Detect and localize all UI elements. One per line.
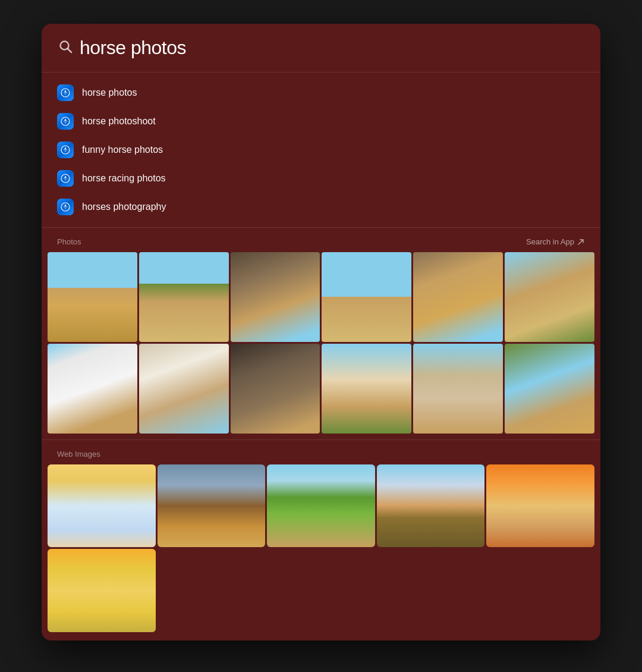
suggestion-item[interactable]: horse photoshoot <box>42 107 600 136</box>
photo-cell[interactable] <box>48 344 137 434</box>
safari-icon-1 <box>57 84 74 101</box>
web-image-cell[interactable] <box>158 464 266 548</box>
search-icon <box>58 39 73 57</box>
photo-cell[interactable] <box>413 344 503 434</box>
photo-cell[interactable] <box>505 344 594 434</box>
spotlight-window: horse photos horse photos <box>42 24 600 640</box>
web-images-section-header: Web Images <box>42 450 600 464</box>
photo-cell[interactable] <box>505 252 594 342</box>
search-query[interactable]: horse photos <box>80 37 186 59</box>
safari-icon-2 <box>57 113 74 130</box>
photo-cell[interactable] <box>413 252 503 342</box>
photos-grid <box>42 252 600 434</box>
photos-section: Photos Search in App <box>42 228 600 440</box>
svg-marker-20 <box>64 207 67 210</box>
svg-marker-19 <box>64 204 67 207</box>
web-images-section-title: Web Images <box>57 450 100 459</box>
svg-marker-16 <box>64 178 67 181</box>
photo-cell[interactable] <box>139 252 229 342</box>
search-bar: horse photos <box>42 24 600 73</box>
suggestion-item[interactable]: horses photography <box>42 193 600 221</box>
photo-cell[interactable] <box>322 344 411 434</box>
svg-marker-4 <box>64 93 67 96</box>
photo-cell[interactable] <box>231 344 320 434</box>
safari-icon-4 <box>57 170 74 187</box>
web-image-cell[interactable] <box>377 464 485 548</box>
safari-icon-3 <box>57 142 74 158</box>
web-image-cell[interactable] <box>486 464 594 548</box>
suggestion-item[interactable]: horse photos <box>42 78 600 107</box>
svg-line-1 <box>68 49 71 52</box>
suggestion-item[interactable]: horse racing photos <box>42 164 600 193</box>
photo-cell[interactable] <box>322 252 411 342</box>
web-image-cell[interactable] <box>48 464 156 548</box>
svg-marker-15 <box>64 175 67 178</box>
suggestion-item[interactable]: funny horse photos <box>42 136 600 164</box>
photos-section-header: Photos Search in App <box>42 237 600 252</box>
search-in-app-label: Search in App <box>526 237 574 246</box>
svg-marker-8 <box>64 121 67 124</box>
svg-marker-3 <box>64 90 67 93</box>
photo-cell[interactable] <box>48 252 137 342</box>
suggestion-text-3: funny horse photos <box>82 145 163 155</box>
web-images-grid <box>42 464 600 640</box>
svg-marker-12 <box>64 150 67 153</box>
web-images-section: Web Images <box>42 440 600 640</box>
svg-marker-11 <box>64 147 67 150</box>
web-image-cell[interactable] <box>267 464 375 548</box>
safari-icon-5 <box>57 199 74 215</box>
search-in-app-button[interactable]: Search in App <box>526 237 585 246</box>
photos-section-title: Photos <box>57 237 81 246</box>
suggestion-text-1: horse photos <box>82 87 137 98</box>
photo-cell[interactable] <box>139 344 229 434</box>
svg-marker-7 <box>64 118 67 121</box>
photo-cell[interactable] <box>231 252 320 342</box>
suggestion-text-4: horse racing photos <box>82 173 166 184</box>
suggestion-text-5: horses photography <box>82 202 166 212</box>
suggestion-text-2: horse photoshoot <box>82 116 156 127</box>
suggestions-list: horse photos horse photoshoot <box>42 73 600 228</box>
web-image-cell[interactable] <box>48 549 156 632</box>
